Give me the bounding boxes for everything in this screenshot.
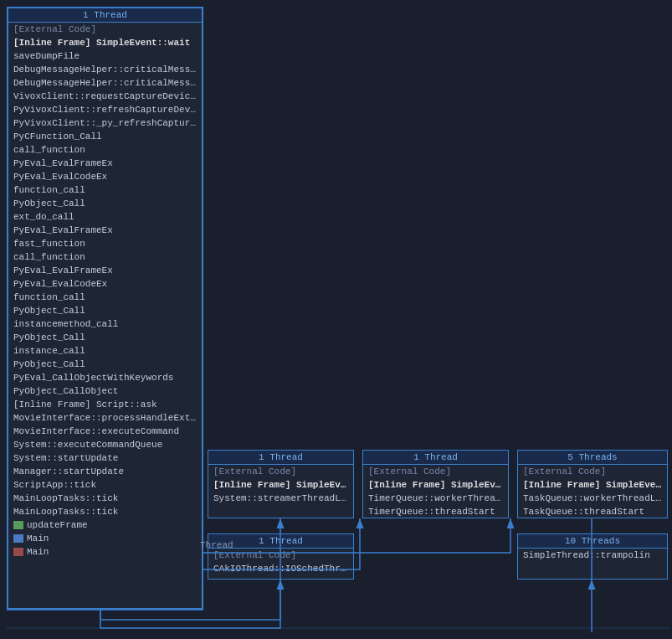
task-thread-items-container: [External Code][Inline Frame] SimpleEven… — [518, 465, 667, 518]
main-thread-items-container: [External Code][Inline Frame] SimpleEven… — [8, 23, 202, 559]
list-item: TaskQueue::workerThreadLoop — [518, 492, 667, 505]
list-item: saveDumpFile — [8, 49, 202, 63]
list-item: System::startUpdate — [8, 451, 202, 465]
list-item: [Inline Frame] SimpleEvent::wait — [518, 478, 667, 492]
list-item: Manager::startUpdate — [8, 465, 202, 478]
list-item: call_function — [8, 250, 202, 264]
item-label: Main — [27, 533, 49, 544]
thread-label: Thread — [200, 540, 233, 550]
simple-thread-header: 10 Threads — [518, 534, 667, 549]
list-item: [External Code] — [208, 465, 353, 478]
list-item: [Inline Frame] Script::ask — [8, 398, 202, 411]
main-thread-header: 1 Thread — [8, 8, 202, 23]
list-item: PyObject_CallObject — [8, 384, 202, 398]
list-item: fast_function — [8, 237, 202, 250]
list-item: [External Code] — [363, 465, 508, 478]
color-indicator — [13, 548, 23, 556]
list-item: [Inline Frame] SimpleEvent::wait — [208, 478, 353, 492]
timer-thread-header: 1 Thread — [363, 451, 508, 465]
task-thread-box[interactable]: 5 Threads [External Code][Inline Frame] … — [517, 450, 668, 518]
timer-thread-items-container: [External Code][Inline Frame] SimpleEven… — [363, 465, 508, 518]
list-item: SimpleThread::trampolin — [518, 549, 667, 562]
list-item: [Inline Frame] SimpleEvent::wait — [363, 478, 508, 492]
list-item: PyObject_Call — [8, 197, 202, 210]
list-item: DebugMessageHelper::criticalMessageHelpe… — [8, 63, 202, 76]
list-item: MainLoopTasks::tick — [8, 505, 202, 518]
list-item: PyEval_EvalFrameEx — [8, 224, 202, 237]
list-item: instance_call — [8, 344, 202, 358]
list-item: PyEval_EvalFrameEx — [8, 157, 202, 170]
item-label: updateFrame — [27, 519, 88, 531]
list-item: PyVivoxClient::refreshCaptureDevices — [8, 103, 202, 116]
list-item: System::streamerThreadLoop — [208, 492, 353, 505]
list-item: PyObject_Call — [8, 304, 202, 317]
list-item: updateFrame — [8, 518, 202, 532]
cakio-thread-items-container: [External Code]CAkIOThread::IOSchedThrea… — [208, 549, 353, 575]
list-item: function_call — [8, 291, 202, 304]
list-item: PyEval_CallObjectWithKeywords — [8, 371, 202, 384]
list-item: Main — [8, 532, 202, 545]
list-item: ext_do_call — [8, 210, 202, 224]
list-item: [Inline Frame] SimpleEvent::wait — [8, 36, 202, 49]
list-item: VivoxClient::requestCaptureDevices — [8, 90, 202, 103]
list-item: System::executeCommandQueue — [8, 438, 202, 451]
list-item: [External Code] — [8, 23, 202, 36]
list-item: function_call — [8, 183, 202, 197]
list-item: [External Code] — [518, 465, 667, 478]
list-item: TaskQueue::threadStart — [518, 505, 667, 518]
list-item: MainLoopTasks::tick — [8, 492, 202, 505]
list-item: CAkIOThread::IOSchedThread — [208, 562, 353, 575]
list-item: DebugMessageHelper::criticalMessage — [8, 76, 202, 90]
main-thread-box[interactable]: 1 Thread [External Code][Inline Frame] S… — [7, 7, 203, 610]
color-indicator — [13, 534, 23, 543]
list-item: PyCFunction_Call — [8, 130, 202, 143]
stream-thread-box[interactable]: 1 Thread [External Code][Inline Frame] S… — [208, 450, 354, 518]
list-item: PyObject_Call — [8, 358, 202, 371]
list-item: MovieInterface::processHandleExternalInt… — [8, 411, 202, 425]
list-item: PyObject_Call — [8, 331, 202, 344]
list-item: ScriptApp::tick — [8, 478, 202, 492]
stream-thread-header: 1 Thread — [208, 451, 353, 465]
list-item: PyEval_EvalFrameEx — [8, 264, 202, 277]
stream-thread-items-container: [External Code][Inline Frame] SimpleEven… — [208, 465, 353, 505]
list-item: Main — [8, 545, 202, 559]
task-thread-header: 5 Threads — [518, 451, 667, 465]
list-item: instancemethod_call — [8, 317, 202, 331]
list-item: PyVivoxClient::_py_refreshCaptureDevices — [8, 116, 202, 130]
list-item: TimerQueue::threadStart — [363, 505, 508, 518]
list-item: TimerQueue::workerThreadLoop — [363, 492, 508, 505]
list-item: PyEval_EvalCodeEx — [8, 277, 202, 291]
timer-thread-box[interactable]: 1 Thread [External Code][Inline Frame] S… — [362, 450, 509, 518]
simple-thread-items-container: SimpleThread::trampolin — [518, 549, 667, 562]
list-item: call_function — [8, 143, 202, 157]
simple-thread-box[interactable]: 10 Threads SimpleThread::trampolin — [517, 533, 668, 580]
color-indicator — [13, 521, 23, 529]
list-item: [External Code] — [208, 549, 353, 562]
list-item: MovieInterface::executeCommand — [8, 425, 202, 438]
item-label: Main — [27, 546, 49, 558]
list-item: PyEval_EvalCodeEx — [8, 170, 202, 183]
